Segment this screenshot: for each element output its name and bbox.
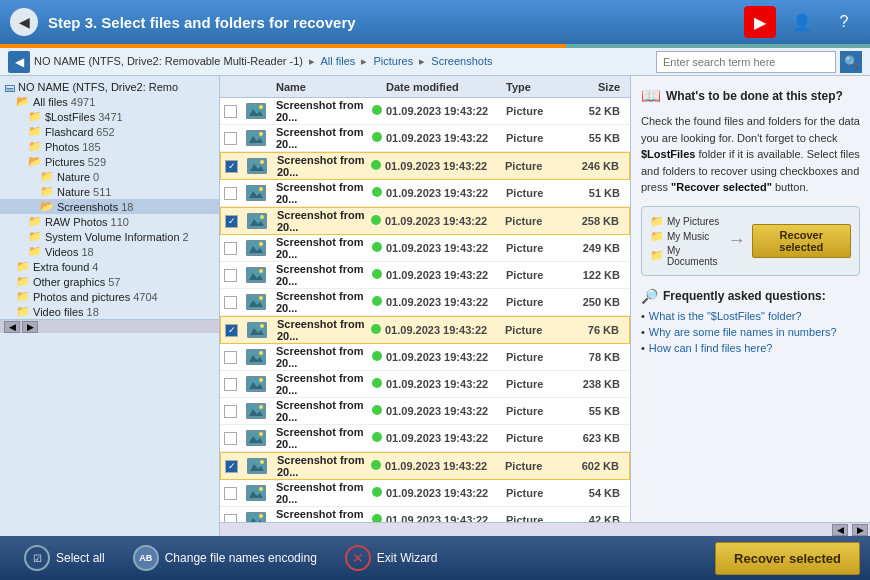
step-label: Step 3. bbox=[48, 14, 97, 31]
tree-item-1[interactable]: 📂 All files 4971 bbox=[0, 94, 219, 109]
file-checkbox-2[interactable]: ✓ bbox=[225, 160, 247, 173]
recover-selected-button[interactable]: Recover selected bbox=[715, 542, 860, 575]
file-row-11[interactable]: Screenshot from 20...01.09.2023 19:43:22… bbox=[220, 398, 630, 425]
checkbox-inner-1[interactable] bbox=[224, 132, 237, 145]
file-checkbox-4[interactable]: ✓ bbox=[225, 215, 247, 228]
tree-item-3[interactable]: 📁 Flashcard 652 bbox=[0, 124, 219, 139]
file-row-13[interactable]: ✓Screenshot from 20...01.09.2023 19:43:2… bbox=[220, 452, 630, 480]
faq-item-0[interactable]: •What is the "$LostFiles" folder? bbox=[641, 310, 860, 322]
file-checkbox-12[interactable] bbox=[224, 432, 246, 445]
breadcrumb-link1[interactable]: All files bbox=[320, 55, 355, 67]
checkbox-inner-4[interactable]: ✓ bbox=[225, 215, 238, 228]
faq-bullet-2: • bbox=[641, 342, 645, 354]
tree-item-11[interactable]: 📁 Videos 18 bbox=[0, 244, 219, 259]
file-checkbox-0[interactable] bbox=[224, 105, 246, 118]
tree-item-15[interactable]: 📁 Video files 18 bbox=[0, 304, 219, 319]
file-row-4[interactable]: ✓Screenshot from 20...01.09.2023 19:43:2… bbox=[220, 207, 630, 235]
file-checkbox-9[interactable] bbox=[224, 351, 246, 364]
checkbox-inner-10[interactable] bbox=[224, 378, 237, 391]
checkbox-inner-11[interactable] bbox=[224, 405, 237, 418]
exit-wizard-button[interactable]: ✕ Exit Wizard bbox=[331, 539, 452, 577]
select-all-icon: ☑ bbox=[24, 545, 50, 571]
file-checkbox-7[interactable] bbox=[224, 296, 246, 309]
tree-item-13[interactable]: 📁 Other graphics 57 bbox=[0, 274, 219, 289]
checkbox-inner-12[interactable] bbox=[224, 432, 237, 445]
file-row-8[interactable]: ✓Screenshot from 20...01.09.2023 19:43:2… bbox=[220, 316, 630, 344]
tree-item-10[interactable]: 📁 System Volume Information 2 bbox=[0, 229, 219, 244]
checkbox-inner-9[interactable] bbox=[224, 351, 237, 364]
search-input[interactable] bbox=[656, 51, 836, 73]
nav-back-button[interactable]: ◀ bbox=[8, 51, 30, 73]
checkbox-inner-0[interactable] bbox=[224, 105, 237, 118]
faq-icon: 🔎 bbox=[641, 288, 658, 304]
checkbox-inner-13[interactable]: ✓ bbox=[225, 460, 238, 473]
back-button[interactable]: ◀ bbox=[10, 8, 38, 36]
file-row-9[interactable]: Screenshot from 20...01.09.2023 19:43:22… bbox=[220, 344, 630, 371]
hscroll-right[interactable]: ▶ bbox=[852, 524, 868, 536]
file-row-7[interactable]: Screenshot from 20...01.09.2023 19:43:22… bbox=[220, 289, 630, 316]
help-button[interactable]: ? bbox=[828, 6, 860, 38]
file-row-12[interactable]: Screenshot from 20...01.09.2023 19:43:22… bbox=[220, 425, 630, 452]
tree-item-0[interactable]: 🖴 NO NAME (NTFS, Drive2: Remo bbox=[0, 80, 219, 94]
file-checkbox-8[interactable]: ✓ bbox=[225, 324, 247, 337]
file-checkbox-5[interactable] bbox=[224, 242, 246, 255]
tree-scroll-left[interactable]: ◀ bbox=[4, 321, 20, 333]
checkbox-inner-8[interactable]: ✓ bbox=[225, 324, 238, 337]
breadcrumb-link2[interactable]: Pictures bbox=[373, 55, 413, 67]
file-status-13 bbox=[371, 459, 385, 473]
checkbox-inner-7[interactable] bbox=[224, 296, 237, 309]
tree-item-5[interactable]: 📂 Pictures 529 bbox=[0, 154, 219, 169]
file-row-0[interactable]: Screenshot from 20...01.09.2023 19:43:22… bbox=[220, 98, 630, 125]
thumb-inner-3 bbox=[246, 185, 266, 201]
breadcrumb-link3[interactable]: Screenshots bbox=[431, 55, 492, 67]
tree-scroll-right[interactable]: ▶ bbox=[22, 321, 38, 333]
faq-item-2[interactable]: •How can I find files here? bbox=[641, 342, 860, 354]
tree-item-6[interactable]: 📁 Nature 0 bbox=[0, 169, 219, 184]
hscroll-left[interactable]: ◀ bbox=[832, 524, 848, 536]
encoding-button[interactable]: AB Change file names encoding bbox=[119, 539, 331, 577]
file-name-13: Screenshot from 20... bbox=[273, 454, 371, 478]
file-checkbox-10[interactable] bbox=[224, 378, 246, 391]
file-checkbox-11[interactable] bbox=[224, 405, 246, 418]
tree-item-7[interactable]: 📁 Nature 511 bbox=[0, 184, 219, 199]
checkbox-inner-3[interactable] bbox=[224, 187, 237, 200]
tree-item-4[interactable]: 📁 Photos 185 bbox=[0, 139, 219, 154]
diagram-recover-button[interactable]: Recover selected bbox=[752, 224, 851, 258]
file-row-15[interactable]: Screenshot from 20...01.09.2023 19:43:22… bbox=[220, 507, 630, 522]
youtube-button[interactable]: ▶ bbox=[744, 6, 776, 38]
file-size-13: 602 KB bbox=[565, 460, 625, 472]
tree-item-2[interactable]: 📁 $LostFiles 3471 bbox=[0, 109, 219, 124]
file-row-5[interactable]: Screenshot from 20...01.09.2023 19:43:22… bbox=[220, 235, 630, 262]
tree-item-9[interactable]: 📁 RAW Photos 110 bbox=[0, 214, 219, 229]
tree-item-14[interactable]: 📁 Photos and pictures 4704 bbox=[0, 289, 219, 304]
search-button[interactable]: 🔍 bbox=[840, 51, 862, 73]
file-row-14[interactable]: Screenshot from 20...01.09.2023 19:43:22… bbox=[220, 480, 630, 507]
file-checkbox-14[interactable] bbox=[224, 487, 246, 500]
file-checkbox-6[interactable] bbox=[224, 269, 246, 282]
tree-item-icon-7: 📁 bbox=[40, 185, 54, 198]
file-row-3[interactable]: Screenshot from 20...01.09.2023 19:43:22… bbox=[220, 180, 630, 207]
checkbox-inner-14[interactable] bbox=[224, 487, 237, 500]
file-checkbox-1[interactable] bbox=[224, 132, 246, 145]
checkbox-inner-5[interactable] bbox=[224, 242, 237, 255]
tree-item-icon-2: 📁 bbox=[28, 110, 42, 123]
checkbox-inner-6[interactable] bbox=[224, 269, 237, 282]
file-row-2[interactable]: ✓Screenshot from 20...01.09.2023 19:43:2… bbox=[220, 152, 630, 180]
file-row-1[interactable]: Screenshot from 20...01.09.2023 19:43:22… bbox=[220, 125, 630, 152]
file-thumb-2 bbox=[247, 158, 273, 174]
file-checkbox-13[interactable]: ✓ bbox=[225, 460, 247, 473]
checkbox-inner-2[interactable]: ✓ bbox=[225, 160, 238, 173]
file-checkbox-15[interactable] bbox=[224, 514, 246, 523]
file-row-10[interactable]: Screenshot from 20...01.09.2023 19:43:22… bbox=[220, 371, 630, 398]
tree-item-8[interactable]: 📂 Screenshots 18 bbox=[0, 199, 219, 214]
file-checkbox-3[interactable] bbox=[224, 187, 246, 200]
exit-icon: ✕ bbox=[345, 545, 371, 571]
file-size-14: 54 KB bbox=[566, 487, 626, 499]
checkbox-inner-15[interactable] bbox=[224, 514, 237, 523]
thumb-inner-11 bbox=[246, 403, 266, 419]
tree-item-12[interactable]: 📁 Extra found 4 bbox=[0, 259, 219, 274]
user-button[interactable]: 👤 bbox=[786, 6, 818, 38]
faq-item-1[interactable]: •Why are some file names in numbers? bbox=[641, 326, 860, 338]
file-row-6[interactable]: Screenshot from 20...01.09.2023 19:43:22… bbox=[220, 262, 630, 289]
select-all-button[interactable]: ☑ Select all bbox=[10, 539, 119, 577]
